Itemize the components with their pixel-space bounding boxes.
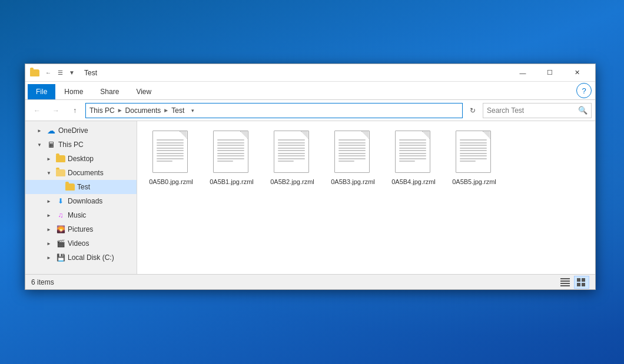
path-this-pc[interactable]: This PC bbox=[89, 106, 115, 115]
svg-rect-0 bbox=[560, 278, 570, 279]
file-lines bbox=[214, 131, 248, 164]
svg-rect-2 bbox=[560, 283, 570, 284]
file-page bbox=[395, 131, 430, 173]
file-item[interactable]: 0A5B5.jpg.rzml bbox=[446, 127, 502, 189]
disk-icon: 💾 bbox=[55, 253, 66, 262]
svg-rect-4 bbox=[577, 278, 580, 282]
sidebar-item-onedrive[interactable]: ► ☁ OneDrive bbox=[25, 123, 137, 138]
file-icon bbox=[395, 131, 433, 175]
file-icon bbox=[334, 131, 372, 175]
path-sep-2: ► bbox=[163, 107, 169, 113]
file-page bbox=[274, 131, 309, 173]
title-bar: ← ☰ ▼ Test — ☐ ✕ bbox=[25, 64, 595, 82]
address-bar: ← → ↑ This PC ► Documents ► Test ▾ ↻ 🔍 bbox=[25, 100, 595, 121]
tab-home[interactable]: Home bbox=[56, 84, 91, 99]
tab-view[interactable]: View bbox=[128, 84, 160, 99]
sidebar-item-local-disk[interactable]: ► 💾 Local Disk (C:) bbox=[25, 251, 137, 265]
desktop-folder-icon bbox=[55, 154, 66, 163]
window-controls: — ☐ ✕ bbox=[509, 64, 590, 82]
path-test[interactable]: Test bbox=[171, 106, 184, 115]
sidebar-item-downloads[interactable]: ► ⬇ Downloads bbox=[25, 194, 137, 208]
file-item[interactable]: 0A5B4.jpg.rzml bbox=[386, 127, 442, 189]
sidebar-label-desktop: Desktop bbox=[68, 155, 94, 163]
address-path[interactable]: This PC ► Documents ► Test ▾ bbox=[85, 103, 463, 118]
file-name: 0A5B4.jpg.rzml bbox=[391, 178, 436, 186]
file-item[interactable]: 0A5B2.jpg.rzml bbox=[264, 127, 320, 189]
sidebar-label-this-pc: This PC bbox=[58, 141, 84, 149]
svg-rect-6 bbox=[577, 283, 580, 286]
view-large-button[interactable] bbox=[574, 276, 589, 289]
tab-share[interactable]: Share bbox=[92, 84, 127, 99]
expand-disk-icon: ► bbox=[44, 253, 54, 262]
videos-icon: 🎬 bbox=[55, 239, 66, 248]
file-icon bbox=[152, 131, 190, 175]
view-details-button[interactable] bbox=[557, 276, 573, 289]
path-test-label: Test bbox=[171, 106, 184, 115]
expand-documents-icon: ▼ bbox=[44, 168, 54, 178]
path-sep-1: ► bbox=[117, 107, 123, 113]
file-item[interactable]: 0A5B0.jpg.rzml bbox=[143, 127, 199, 189]
expand-music-icon: ► bbox=[44, 211, 54, 220]
forward-button[interactable]: → bbox=[48, 103, 64, 118]
ribbon-tabs: File Home Share View ? bbox=[25, 82, 595, 99]
status-bar: 6 items bbox=[25, 274, 595, 289]
path-documents-label: Documents bbox=[125, 106, 161, 115]
svg-rect-1 bbox=[560, 280, 570, 282]
sidebar-item-music[interactable]: ► ♫ Music bbox=[25, 208, 137, 222]
downloads-icon: ⬇ bbox=[55, 196, 66, 206]
file-name: 0A5B0.jpg.rzml bbox=[149, 178, 193, 186]
qa-dropdown-button[interactable]: ▼ bbox=[67, 68, 77, 78]
file-lines bbox=[274, 131, 308, 164]
path-documents[interactable]: Documents bbox=[125, 106, 161, 115]
sidebar-item-pictures[interactable]: ► 🌄 Pictures bbox=[25, 222, 137, 236]
sidebar-item-documents[interactable]: ▼ Documents bbox=[25, 166, 137, 180]
expand-desktop-icon: ► bbox=[44, 154, 54, 163]
restore-button[interactable]: ☐ bbox=[536, 64, 563, 82]
file-lines bbox=[153, 131, 187, 164]
search-box[interactable]: 🔍 bbox=[483, 103, 592, 118]
back-button[interactable]: ← bbox=[29, 103, 45, 118]
close-button[interactable]: ✕ bbox=[563, 64, 590, 82]
main-content: ► ☁ OneDrive ▼ 🖩 This PC ► Des bbox=[25, 121, 595, 274]
minimize-button[interactable]: — bbox=[509, 64, 536, 82]
status-count: 6 items bbox=[31, 278, 557, 286]
sidebar-item-videos[interactable]: ► 🎬 Videos bbox=[25, 236, 137, 251]
file-lines bbox=[396, 131, 430, 164]
file-page bbox=[334, 131, 370, 173]
sidebar-item-desktop[interactable]: ► Desktop bbox=[25, 152, 137, 166]
search-icon[interactable]: 🔍 bbox=[578, 106, 588, 115]
file-name: 0A5B3.jpg.rzml bbox=[331, 178, 375, 186]
svg-rect-7 bbox=[582, 283, 585, 286]
qa-back-button[interactable]: ← bbox=[43, 68, 54, 78]
sidebar-label-music: Music bbox=[68, 211, 86, 219]
file-item[interactable]: 0A5B3.jpg.rzml bbox=[325, 127, 381, 189]
file-name: 0A5B5.jpg.rzml bbox=[452, 178, 496, 186]
address-dropdown-button[interactable]: ▾ bbox=[187, 103, 198, 118]
file-item[interactable]: 0A5B1.jpg.rzml bbox=[204, 127, 260, 189]
file-page bbox=[213, 131, 248, 173]
qa-properties-button[interactable]: ☰ bbox=[55, 68, 65, 78]
documents-folder-icon bbox=[55, 168, 66, 178]
file-icon bbox=[274, 131, 311, 175]
file-name: 0A5B2.jpg.rzml bbox=[270, 178, 314, 186]
sidebar-label-pictures: Pictures bbox=[68, 225, 93, 233]
search-input[interactable] bbox=[487, 106, 576, 115]
test-folder-icon bbox=[65, 182, 75, 192]
expand-videos-icon: ► bbox=[44, 239, 54, 248]
sidebar-item-this-pc[interactable]: ▼ 🖩 This PC bbox=[25, 138, 137, 152]
help-button[interactable]: ? bbox=[576, 83, 592, 98]
sidebar-label-downloads: Downloads bbox=[68, 197, 102, 205]
file-page bbox=[152, 131, 188, 173]
pc-icon: 🖩 bbox=[46, 140, 57, 149]
view-buttons bbox=[557, 276, 589, 289]
sidebar-item-test[interactable]: ► Test bbox=[25, 180, 137, 194]
music-icon: ♫ bbox=[55, 211, 66, 220]
sidebar-label-local-disk: Local Disk (C:) bbox=[68, 253, 114, 262]
svg-rect-3 bbox=[560, 285, 570, 286]
tab-file[interactable]: File bbox=[28, 84, 55, 99]
sidebar-label-documents: Documents bbox=[68, 169, 104, 177]
up-button[interactable]: ↑ bbox=[67, 103, 83, 118]
refresh-button[interactable]: ↻ bbox=[465, 103, 480, 118]
ribbon: File Home Share View ? bbox=[25, 82, 595, 100]
sidebar: ► ☁ OneDrive ▼ 🖩 This PC ► Des bbox=[25, 121, 137, 274]
